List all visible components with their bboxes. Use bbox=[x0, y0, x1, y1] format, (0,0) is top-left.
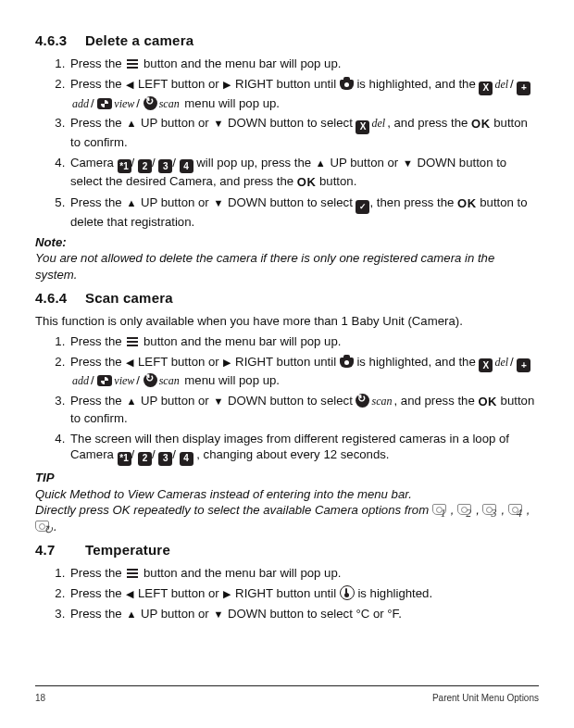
cam-option-4-icon bbox=[508, 504, 527, 517]
up-icon: ▲ bbox=[125, 118, 137, 129]
left-icon: ◀ bbox=[125, 357, 134, 368]
up-icon: ▲ bbox=[125, 395, 137, 407]
cam2-icon: 2 bbox=[138, 452, 152, 466]
cam1-icon: *1 bbox=[118, 159, 131, 173]
step: Press the button and the menu bar will p… bbox=[69, 56, 539, 72]
cam3-icon: 3 bbox=[158, 159, 172, 173]
thermometer-icon bbox=[340, 585, 355, 600]
right-icon: ▶ bbox=[222, 588, 231, 599]
view-icon bbox=[97, 98, 112, 109]
intro-text: This function is only available when you… bbox=[35, 313, 539, 330]
step: Press the ▲ UP button or ▼ DOWN button t… bbox=[69, 195, 539, 231]
cam-option-1-icon bbox=[432, 504, 451, 517]
up-icon: ▲ bbox=[315, 157, 327, 169]
steps-4-6-4: Press the button and the menu bar will p… bbox=[35, 333, 539, 466]
note-heading: Note: bbox=[35, 234, 539, 251]
view-icon bbox=[97, 375, 112, 386]
cam4-icon: 4 bbox=[180, 452, 193, 466]
heading-4-6-3: 4.6.3Delete a camera bbox=[35, 31, 539, 50]
tip-body: Quick Method to View Cameras instead of … bbox=[35, 486, 539, 535]
step: Camera *1/ 2/ 3/ 4 will pop up, press th… bbox=[69, 155, 539, 191]
heading-4-7: 4.7Temperature bbox=[35, 541, 539, 559]
step: Press the button and the menu bar will p… bbox=[69, 333, 539, 350]
ok-icon: OK bbox=[297, 175, 317, 189]
footer-title: Parent Unit Menu Options bbox=[432, 692, 539, 705]
page-number: 18 bbox=[35, 692, 45, 705]
plus-icon: + bbox=[517, 82, 530, 95]
step: Press the button and the menu bar will p… bbox=[69, 565, 539, 582]
down-icon: ▼ bbox=[212, 197, 224, 208]
step: Press the ◀ LEFT button or ▶ RIGHT butto… bbox=[69, 585, 539, 602]
left-icon: ◀ bbox=[125, 588, 134, 599]
scan-icon bbox=[144, 96, 157, 110]
cam-option-3-icon bbox=[482, 504, 501, 517]
step: The screen will then display images from… bbox=[69, 431, 539, 466]
down-icon: ▼ bbox=[212, 609, 224, 620]
right-icon: ▶ bbox=[222, 79, 231, 90]
steps-4-7: Press the button and the menu bar will p… bbox=[35, 565, 539, 621]
cam2-icon: 2 bbox=[138, 159, 152, 173]
ok-icon: OK bbox=[478, 395, 497, 408]
scan-icon bbox=[356, 394, 369, 408]
scan-icon bbox=[144, 373, 157, 387]
menu-icon bbox=[125, 568, 140, 579]
up-icon: ▲ bbox=[125, 609, 137, 620]
step: Press the ◀ LEFT button or ▶ RIGHT butto… bbox=[69, 76, 539, 111]
step: Press the ◀ LEFT button or ▶ RIGHT butto… bbox=[69, 354, 539, 389]
x-icon: X bbox=[479, 358, 493, 372]
step: Press the ▲ UP button or ▼ DOWN button t… bbox=[69, 115, 539, 150]
heading-4-6-4: 4.6.4Scan camera bbox=[35, 289, 539, 308]
step: Press the ▲ UP button or ▼ DOWN button t… bbox=[69, 606, 539, 622]
note-body: You are not allowed to delete the camera… bbox=[35, 250, 539, 283]
ok-icon: OK bbox=[471, 117, 491, 131]
down-icon: ▼ bbox=[212, 118, 224, 129]
menu-icon bbox=[125, 336, 140, 347]
cam4-icon: 4 bbox=[180, 159, 193, 173]
x-icon: X bbox=[356, 120, 369, 134]
x-icon: X bbox=[479, 82, 493, 95]
cam-option-loop-icon bbox=[35, 521, 54, 533]
check-icon: ✓ bbox=[356, 200, 369, 214]
down-icon: ▼ bbox=[212, 395, 224, 407]
up-icon: ▲ bbox=[125, 197, 137, 208]
right-icon: ▶ bbox=[222, 357, 231, 368]
camera-icon bbox=[340, 80, 354, 90]
down-icon: ▼ bbox=[402, 157, 414, 169]
step: Press the ▲ UP button or ▼ DOWN button t… bbox=[69, 393, 539, 426]
steps-4-6-3: Press the button and the menu bar will p… bbox=[35, 56, 539, 230]
plus-icon: + bbox=[517, 358, 530, 372]
cam1-icon: *1 bbox=[118, 452, 131, 466]
left-icon: ◀ bbox=[125, 79, 134, 90]
cam-option-2-icon bbox=[457, 504, 476, 517]
menu-icon bbox=[125, 58, 140, 69]
tip-heading: TIP bbox=[35, 470, 539, 486]
cam3-icon: 3 bbox=[158, 452, 172, 466]
page-footer: 18 Parent Unit Menu Options bbox=[35, 685, 539, 705]
camera-icon bbox=[340, 358, 354, 368]
ok-icon: OK bbox=[457, 196, 477, 210]
